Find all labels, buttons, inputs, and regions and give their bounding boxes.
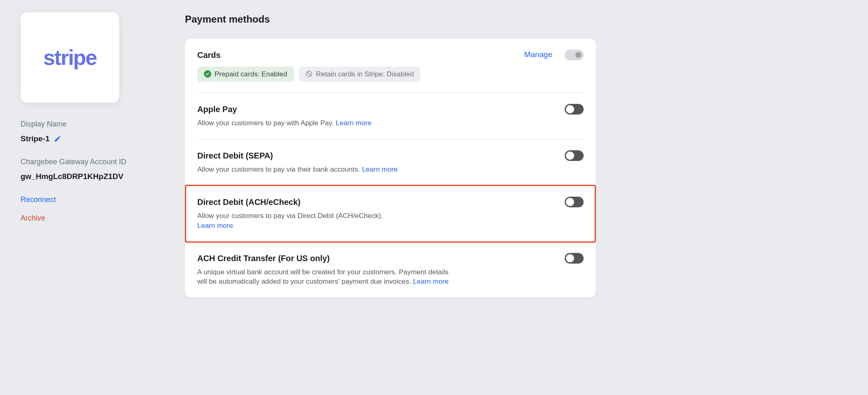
- pencil-icon[interactable]: [54, 135, 61, 142]
- toggle-ach-credit[interactable]: [565, 253, 584, 264]
- method-desc-apple-pay: Allow your customers to pay with Apple P…: [197, 118, 452, 128]
- desc-text-apple-pay: Allow your customers to pay with Apple P…: [197, 119, 336, 127]
- badge-retain-disabled: Retain cards in Stripe: Disabled: [299, 67, 420, 82]
- method-desc-ach-credit: A unique virtual bank account will be cr…: [197, 267, 452, 287]
- display-name-value: Stripe-1: [21, 133, 160, 145]
- toggle-cards[interactable]: [565, 50, 584, 60]
- desc-text-ach: Allow your customers to pay via Direct D…: [197, 212, 383, 220]
- badge-retain-text: Retain cards in Stripe: Disabled: [316, 69, 414, 79]
- learn-more-apple-pay[interactable]: Learn more: [336, 119, 372, 127]
- method-row-apple-pay: Apple Pay Allow your customers to pay wi…: [197, 93, 584, 139]
- method-desc-ach: Allow your customers to pay via Direct D…: [197, 211, 452, 231]
- sidebar: stripe Display Name Stripe-1 Chargebee G…: [21, 12, 160, 297]
- desc-text-ach-credit: A unique virtual bank account will be cr…: [197, 268, 448, 286]
- method-title-ach: Direct Debit (ACH/eCheck): [197, 196, 300, 208]
- main-content: Payment methods Cards Manage: [185, 12, 596, 297]
- method-desc-sepa: Allow your customers to pay via their ba…: [197, 165, 452, 175]
- reconnect-link[interactable]: Reconnect: [21, 195, 160, 205]
- display-name-text: Stripe-1: [21, 133, 50, 145]
- svg-line-1: [307, 72, 311, 76]
- learn-more-ach[interactable]: Learn more: [197, 222, 233, 230]
- method-title-ach-credit: ACH Credit Transfer (For US only): [197, 253, 330, 264]
- badge-prepaid-enabled: Prepaid cards: Enabled: [197, 67, 294, 82]
- method-row-ach: Direct Debit (ACH/eCheck) Allow your cus…: [197, 186, 584, 242]
- gateway-logo-card: stripe: [21, 12, 119, 103]
- ban-circle-icon: [305, 70, 313, 78]
- badge-prepaid-text: Prepaid cards: Enabled: [215, 69, 287, 79]
- toggle-apple-pay[interactable]: [565, 104, 584, 115]
- toggle-ach[interactable]: [565, 197, 584, 207]
- method-title-apple-pay: Apple Pay: [197, 103, 237, 115]
- section-title: Payment methods: [185, 12, 596, 26]
- desc-text-sepa: Allow your customers to pay via their ba…: [197, 165, 362, 173]
- learn-more-ach-credit[interactable]: Learn more: [413, 278, 449, 285]
- learn-more-sepa[interactable]: Learn more: [362, 165, 398, 173]
- payment-methods-panel: Cards Manage Prepaid cards: Enabled: [185, 39, 596, 298]
- archive-link[interactable]: Archive: [21, 213, 160, 223]
- check-circle-icon: [204, 70, 211, 78]
- method-title-sepa: Direct Debit (SEPA): [197, 150, 273, 161]
- manage-link[interactable]: Manage: [524, 49, 552, 60]
- stripe-logo: stripe: [43, 43, 97, 73]
- method-row-ach-credit: ACH Credit Transfer (For US only) A uniq…: [197, 242, 584, 298]
- gateway-id-label: Chargebee Gateway Account ID: [21, 157, 160, 167]
- method-row-sepa: Direct Debit (SEPA) Allow your customers…: [197, 139, 584, 186]
- gateway-id-value: gw_HmgLc8DRP1KHpZ1DV: [21, 171, 160, 182]
- method-row-cards: Cards Manage Prepaid cards: Enabled: [197, 39, 584, 93]
- toggle-sepa[interactable]: [565, 150, 584, 161]
- method-title-cards: Cards: [197, 49, 221, 61]
- gateway-id-text: gw_HmgLc8DRP1KHpZ1DV: [21, 171, 123, 182]
- display-name-label: Display Name: [21, 119, 160, 129]
